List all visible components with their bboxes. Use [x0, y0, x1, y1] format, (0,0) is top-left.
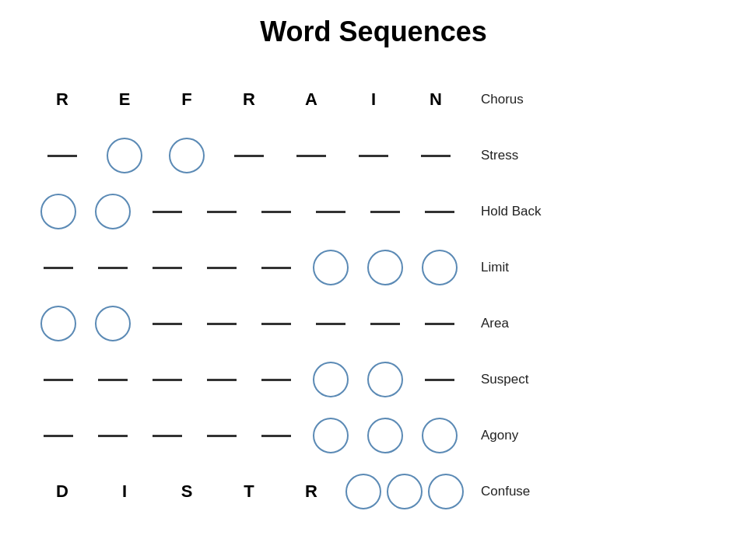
label-hold-back: Hold Back	[481, 204, 541, 219]
label-agony: Agony	[481, 428, 518, 443]
blank	[261, 211, 291, 213]
label-limit: Limit	[481, 260, 509, 275]
blank	[261, 435, 291, 437]
blank	[425, 211, 454, 213]
blank	[207, 323, 237, 325]
blank	[261, 323, 291, 325]
circle	[387, 474, 423, 509]
circle	[367, 418, 403, 453]
blank	[47, 155, 77, 157]
blank	[207, 435, 237, 437]
header-row: R E F R A I N Chorus	[31, 72, 747, 128]
blank	[98, 379, 128, 381]
circle	[40, 194, 76, 229]
blank	[207, 211, 237, 213]
blank	[153, 211, 182, 213]
row-stress: Stress	[31, 128, 747, 184]
blank	[44, 435, 73, 437]
blank	[359, 155, 388, 157]
circle	[367, 250, 403, 285]
letter-F: F	[156, 89, 218, 110]
blank	[44, 267, 73, 269]
blank	[207, 379, 237, 381]
row-suspect: Suspect	[31, 352, 747, 408]
page-title: Word Sequences	[0, 16, 747, 48]
blank	[296, 155, 326, 157]
row-hold-back: Hold Back	[31, 184, 747, 240]
circle	[422, 250, 458, 285]
circle	[95, 306, 131, 341]
blank	[98, 267, 128, 269]
letter-R2: R	[218, 89, 280, 110]
circle	[95, 194, 131, 229]
header-letters: R E F R A I N	[31, 89, 467, 110]
row-confuse: D I S T R Confuse	[31, 464, 747, 520]
circle	[313, 362, 349, 397]
label-suspect: Suspect	[481, 372, 528, 387]
letter-I: I	[342, 89, 405, 110]
row-area: Area	[31, 296, 747, 352]
blank	[425, 323, 454, 325]
circle	[40, 306, 76, 341]
page: Word Sequences R E F R A I N Chorus	[0, 0, 747, 560]
blank	[44, 379, 73, 381]
blank	[421, 155, 451, 157]
blank	[98, 435, 128, 437]
letter-E: E	[93, 89, 156, 110]
circle	[345, 474, 381, 509]
letter-R3: R	[280, 481, 342, 502]
circle	[367, 362, 403, 397]
blank	[153, 267, 182, 269]
blank	[261, 267, 291, 269]
circle	[313, 250, 349, 285]
letter-D: D	[31, 481, 93, 502]
circle	[169, 138, 205, 173]
blank	[234, 155, 264, 157]
label-area: Area	[481, 316, 509, 331]
circle	[107, 138, 142, 173]
blank	[425, 379, 454, 381]
letter-I2: I	[93, 481, 156, 502]
row-limit: Limit	[31, 240, 747, 296]
grid-area: R E F R A I N Chorus Stress	[0, 72, 747, 520]
blank	[153, 379, 182, 381]
blank	[370, 323, 400, 325]
letter-R1: R	[31, 89, 93, 110]
blank	[207, 267, 237, 269]
circle	[313, 418, 349, 453]
letter-T: T	[218, 481, 280, 502]
row-agony: Agony	[31, 408, 747, 464]
letter-A: A	[280, 89, 342, 110]
label-confuse: Confuse	[481, 484, 530, 499]
blank	[316, 211, 345, 213]
blank	[153, 435, 182, 437]
label-stress: Stress	[481, 148, 518, 163]
blank	[370, 211, 400, 213]
blank	[316, 323, 345, 325]
label-chorus: Chorus	[481, 92, 524, 107]
blank	[261, 379, 291, 381]
circle	[422, 418, 458, 453]
letter-N: N	[405, 89, 467, 110]
circle	[428, 474, 464, 509]
letter-S: S	[156, 481, 218, 502]
blank	[153, 323, 182, 325]
